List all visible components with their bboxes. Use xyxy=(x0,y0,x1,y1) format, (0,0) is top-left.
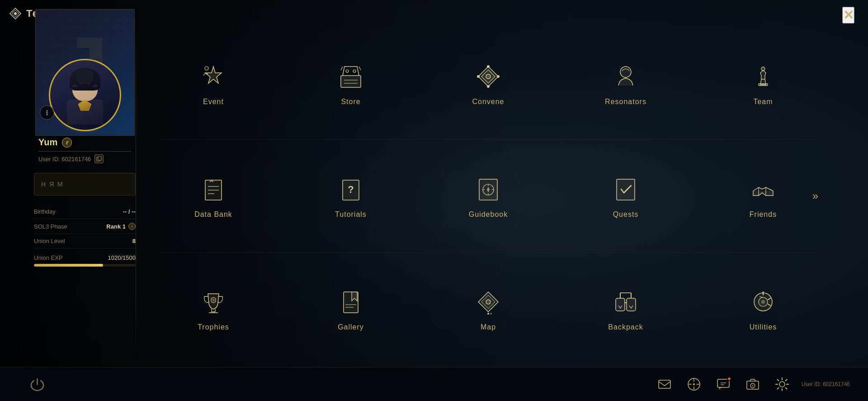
svg-point-11 xyxy=(486,74,491,79)
menu-item-quests[interactable]: Quests xyxy=(557,164,694,228)
resonators-icon xyxy=(610,61,642,92)
map-label: Map xyxy=(481,323,496,331)
tutorials-icon: ? xyxy=(335,173,367,205)
taskbar-right: User ID: 602161746 xyxy=(655,374,859,395)
svg-point-40 xyxy=(752,385,754,387)
settings-button[interactable] xyxy=(772,374,793,395)
svg-rect-17 xyxy=(759,84,768,86)
svg-point-2 xyxy=(46,110,47,112)
sol3-label: SOL3 Phase xyxy=(34,223,67,230)
menu-item-gallery[interactable]: Gallery xyxy=(282,277,420,340)
chat-button[interactable] xyxy=(713,374,734,395)
svg-rect-6 xyxy=(98,157,101,160)
svg-rect-29 xyxy=(616,298,625,311)
menu-row-3: Trophies Gallery xyxy=(145,253,832,365)
menu-item-convene[interactable]: Convene xyxy=(420,52,557,115)
guidebook-icon xyxy=(472,173,504,205)
event-label: Event xyxy=(203,98,224,106)
gallery-label: Gallery xyxy=(338,323,364,331)
copy-user-id-button[interactable] xyxy=(94,154,104,163)
convene-label: Convene xyxy=(472,98,504,106)
menu-item-team[interactable]: Team xyxy=(694,52,832,115)
birthday-value: -- / -- xyxy=(123,208,136,215)
utilities-icon xyxy=(747,286,779,318)
menu-item-event[interactable]: Event xyxy=(145,52,282,115)
backpack-icon xyxy=(610,286,642,318)
resonators-label: Resonators xyxy=(605,98,646,106)
signature-box[interactable]: Н Я М xyxy=(34,173,136,196)
svg-rect-30 xyxy=(627,298,636,311)
signature-text: Н Я М xyxy=(41,181,64,188)
convene-icon xyxy=(472,61,504,92)
username: Yum xyxy=(38,137,57,148)
menu-row-2: Data Bank ? Tutorials xyxy=(145,140,832,252)
camera-button[interactable] xyxy=(743,374,763,395)
svg-point-41 xyxy=(779,382,785,387)
gallery-icon xyxy=(335,286,367,318)
friends-label: Friends xyxy=(750,210,777,219)
quests-icon xyxy=(610,173,642,205)
taskbar-user-id: User ID: 602161746 xyxy=(802,381,850,387)
menu-item-guidebook[interactable]: Guidebook xyxy=(420,164,557,228)
exp-bar-background xyxy=(34,264,136,267)
quests-label: Quests xyxy=(613,210,639,219)
trophies-icon xyxy=(198,286,229,318)
tutorials-label: Tutorials xyxy=(335,210,367,219)
svg-point-10 xyxy=(353,70,356,72)
menu-item-store[interactable]: Store xyxy=(282,52,420,115)
svg-point-4 xyxy=(46,114,47,115)
svg-point-13 xyxy=(497,75,500,78)
compass-button[interactable] xyxy=(684,374,704,395)
menu-row-1: Event Store xyxy=(145,27,832,139)
panel-divider xyxy=(136,9,136,365)
menu-item-friends[interactable]: Friends xyxy=(694,164,832,228)
map-icon xyxy=(472,286,504,318)
taskbar: User ID: 602161746 xyxy=(0,367,868,401)
svg-point-28 xyxy=(490,313,492,315)
svg-point-33 xyxy=(761,300,765,304)
rank-info-button[interactable]: i xyxy=(128,223,136,230)
more-arrow-button[interactable]: » xyxy=(812,190,818,202)
menu-item-tutorials[interactable]: ? Tutorials xyxy=(282,164,420,228)
close-button[interactable]: ✕ xyxy=(842,7,854,24)
svg-point-3 xyxy=(46,112,47,114)
team-icon xyxy=(747,61,779,92)
menu-item-map[interactable]: Map xyxy=(420,277,557,340)
username-row: Yum ℓ xyxy=(38,134,131,152)
svg-point-36 xyxy=(693,383,695,385)
svg-point-27 xyxy=(487,313,489,315)
left-panel: J xyxy=(34,5,136,303)
svg-rect-8 xyxy=(341,76,361,87)
svg-rect-24 xyxy=(617,179,635,200)
exp-container: Union EXP 1020/1500 xyxy=(34,251,136,270)
menu-item-databank[interactable]: Data Bank xyxy=(145,164,282,228)
menu-item-utilities[interactable]: Utilities xyxy=(694,277,832,340)
avatar-options-button[interactable] xyxy=(40,105,54,120)
union-level-value: 8 xyxy=(132,238,136,244)
svg-text:?: ? xyxy=(348,184,354,195)
avatar xyxy=(49,59,121,131)
svg-point-15 xyxy=(477,75,480,78)
store-label: Store xyxy=(341,98,360,106)
birthday-row: Birthday -- / -- xyxy=(34,205,136,219)
sol3-value: Rank 1 i xyxy=(106,223,136,230)
exp-bar-fill xyxy=(34,264,103,267)
exp-value: 1020/1500 xyxy=(108,254,136,261)
user-id-row: User ID: 602161746 xyxy=(38,152,131,166)
svg-point-18 xyxy=(761,67,765,71)
user-id-text: User ID: 602161746 xyxy=(38,156,91,162)
union-level-row: Union Level 8 xyxy=(34,234,136,248)
mail-button[interactable] xyxy=(655,374,675,395)
profile-details: Birthday -- / -- SOL3 Phase Rank 1 i Uni… xyxy=(34,202,136,251)
union-level-label: Union Level xyxy=(34,238,65,244)
svg-point-9 xyxy=(346,70,349,72)
event-icon xyxy=(198,61,229,92)
svg-point-16 xyxy=(620,67,631,77)
power-button[interactable] xyxy=(27,374,47,395)
svg-point-12 xyxy=(487,65,490,68)
terminal-logo-icon xyxy=(9,7,22,20)
guidebook-label: Guidebook xyxy=(469,210,508,219)
menu-item-trophies[interactable]: Trophies xyxy=(145,277,282,340)
menu-item-backpack[interactable]: Backpack xyxy=(557,277,694,340)
menu-item-resonators[interactable]: Resonators xyxy=(557,52,694,115)
